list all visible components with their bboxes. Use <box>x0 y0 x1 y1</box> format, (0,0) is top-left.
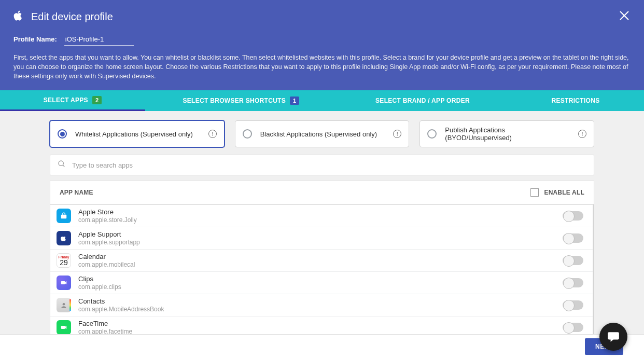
app-id: com.apple.mobilecal <box>78 261 555 268</box>
app-id: com.apple.MobileAddressBook <box>78 306 555 313</box>
app-icon-apple-support <box>57 231 71 245</box>
table-row: Apple Store com.apple.store.Jolly <box>50 204 593 227</box>
table-row: Friday 29 Calendar com.apple.mobilecal <box>50 250 593 272</box>
page-title: Edit device profile <box>31 11 113 23</box>
tab-label: SELECT BROWSER SHORTCUTS <box>183 97 286 104</box>
toggle[interactable] <box>563 211 583 221</box>
apple-icon <box>13 10 24 23</box>
tab-browser-shortcuts[interactable]: SELECT BROWSER SHORTCUTS 1 <box>145 90 337 111</box>
table-row: Contacts com.apple.MobileAddressBook <box>50 294 593 316</box>
tab-label: RESTRICTIONS <box>552 97 600 104</box>
svg-rect-4 <box>61 215 67 219</box>
search-input[interactable] <box>72 161 586 169</box>
profile-name-field[interactable] <box>64 34 134 46</box>
app-name: Apple Store <box>78 208 555 216</box>
svg-point-2 <box>59 161 63 166</box>
search-bar[interactable] <box>50 155 594 175</box>
chat-widget[interactable] <box>599 323 627 351</box>
radio-whitelist[interactable]: Whitelist Applications (Supervised only)… <box>50 120 225 147</box>
table-row: Clips com.apple.clips <box>50 272 593 294</box>
toggle[interactable] <box>563 256 583 265</box>
app-name: Calendar <box>78 253 555 260</box>
svg-rect-7 <box>61 326 65 329</box>
tab-badge: 1 <box>290 97 299 105</box>
app-icon-contacts <box>57 298 71 312</box>
info-icon[interactable]: ! <box>208 130 217 138</box>
app-name: Apple Support <box>78 230 555 238</box>
svg-rect-5 <box>61 281 65 284</box>
app-icon-apple-store <box>57 209 71 223</box>
app-icon-calendar: Friday 29 <box>57 253 71 268</box>
tab-restrictions[interactable]: RESTRICTIONS <box>508 90 643 111</box>
app-icon-facetime <box>57 320 71 335</box>
app-id: com.apple.store.Jolly <box>78 216 555 224</box>
app-name: Contacts <box>78 297 555 305</box>
tab-label: SELECT APPS <box>44 97 88 104</box>
tab-label: SELECT BRAND / APP ORDER <box>375 97 470 104</box>
toggle[interactable] <box>563 278 583 287</box>
radio-label: Publish Applications (BYOD/Unsupervised) <box>445 126 570 142</box>
app-name: Clips <box>78 275 555 283</box>
footer: NEXT <box>0 334 644 358</box>
enable-all-label: ENABLE ALL <box>544 189 584 196</box>
svg-point-6 <box>63 303 65 306</box>
radio-icon <box>427 129 437 139</box>
app-id: com.apple.supportapp <box>78 239 555 246</box>
app-icon-clips <box>57 276 71 290</box>
info-icon[interactable]: ! <box>393 130 401 138</box>
radio-label: Blacklist Applications (Supervised only) <box>260 130 385 138</box>
table-header: APP NAME ENABLE ALL <box>50 181 594 204</box>
toggle[interactable] <box>563 300 583 310</box>
table-row: Apple Support com.apple.supportapp <box>50 227 593 250</box>
description-text: First, select the apps that you want to … <box>13 53 631 81</box>
toggle[interactable] <box>563 233 583 243</box>
header: Edit device profile Profile Name: First,… <box>0 0 644 90</box>
info-icon[interactable]: ! <box>578 130 586 138</box>
tab-badge: 2 <box>92 96 102 104</box>
search-icon <box>58 160 66 170</box>
app-id: com.apple.clips <box>78 283 555 291</box>
enable-all[interactable]: ENABLE ALL <box>530 188 584 197</box>
radio-blacklist[interactable]: Blacklist Applications (Supervised only)… <box>235 120 410 147</box>
toggle[interactable] <box>563 323 583 332</box>
app-name: FaceTime <box>78 320 555 327</box>
radio-icon <box>58 129 67 139</box>
app-list: Apple Store com.apple.store.Jolly Apple … <box>50 204 594 339</box>
checkbox-icon[interactable] <box>530 188 539 197</box>
radio-publish[interactable]: Publish Applications (BYOD/Unsupervised)… <box>419 120 594 147</box>
radio-label: Whitelist Applications (Supervised only) <box>75 130 200 138</box>
tab-brand-order[interactable]: SELECT BRAND / APP ORDER <box>337 90 508 111</box>
radio-icon <box>243 129 252 139</box>
content: Whitelist Applications (Supervised only)… <box>0 111 644 339</box>
close-icon[interactable] <box>618 9 631 24</box>
tab-bar: SELECT APPS 2 SELECT BROWSER SHORTCUTS 1… <box>0 90 644 111</box>
profile-name-label: Profile Name: <box>13 35 57 43</box>
col-app-name: APP NAME <box>60 189 93 196</box>
svg-line-3 <box>63 165 64 167</box>
tab-select-apps[interactable]: SELECT APPS 2 <box>0 90 145 111</box>
